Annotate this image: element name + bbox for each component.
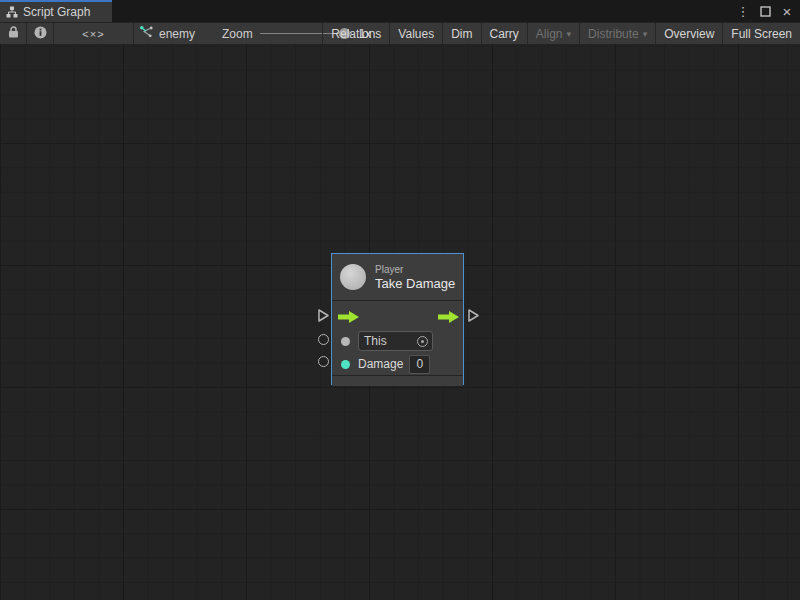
node-title: Take Damage [375,276,455,291]
take-damage-node[interactable]: Player Take Damage [331,253,464,385]
graph-breadcrumb[interactable]: enemy [139,23,195,44]
node-body: This Damage 0 [332,301,463,375]
toolbar-buttons: Relations Values Dim Carry Align ▾ Distr… [322,23,800,44]
flow-row [332,304,463,329]
lock-button[interactable] [0,23,26,44]
lock-icon [8,26,19,41]
node-footer [332,376,463,386]
info-button[interactable] [27,23,53,44]
relations-button[interactable]: Relations [322,23,389,44]
chevron-down-icon: ▾ [643,28,648,39]
flow-output-port[interactable] [467,308,480,327]
graph-canvas[interactable]: Player Take Damage [0,44,800,600]
dim-button[interactable]: Dim [442,23,480,44]
graph-toolbar: <×> enemy Zoom 1x Relations Values Dim [0,22,800,44]
graph-hierarchy-icon [6,6,18,18]
zoom-label: Zoom [222,27,253,41]
player-sphere-icon [340,264,366,290]
graph-icon [139,26,153,41]
title-bar: Script Graph ⋮ × [0,0,800,22]
tab-title: Script Graph [23,5,90,19]
window-controls: ⋮ × [734,0,796,22]
maximize-icon[interactable] [756,2,774,20]
chevron-down-icon: ▾ [567,28,572,39]
damage-label: Damage [358,357,403,371]
this-input-port[interactable] [318,334,329,345]
damage-port-dot[interactable] [341,360,350,369]
damage-row: Damage 0 [332,353,463,375]
distribute-dropdown: Distribute ▾ [579,23,655,44]
object-picker-icon[interactable] [417,336,428,347]
code-preview-button[interactable]: <×> [54,23,133,44]
damage-value-field[interactable]: 0 [409,355,430,374]
flow-input-port[interactable] [317,308,330,327]
node-subtitle: Player [375,264,455,275]
this-object-field[interactable]: This [358,331,433,351]
overview-button[interactable]: Overview [655,23,722,44]
this-port-dot[interactable] [341,337,350,346]
this-row: This [332,329,463,353]
flow-in-arrow-icon[interactable] [338,311,359,323]
flow-out-arrow-icon[interactable] [438,311,459,323]
info-icon [34,26,47,42]
this-field-value: This [364,334,387,348]
close-icon[interactable]: × [778,2,796,20]
align-dropdown: Align ▾ [527,23,579,44]
menu-icon[interactable]: ⋮ [734,2,752,20]
damage-input-port[interactable] [318,356,329,367]
tab-script-graph[interactable]: Script Graph [0,0,112,22]
graph-name-label: enemy [159,27,195,41]
full-screen-button[interactable]: Full Screen [722,23,800,44]
values-button[interactable]: Values [389,23,442,44]
carry-button[interactable]: Carry [481,23,527,44]
node-header[interactable]: Player Take Damage [332,254,463,300]
